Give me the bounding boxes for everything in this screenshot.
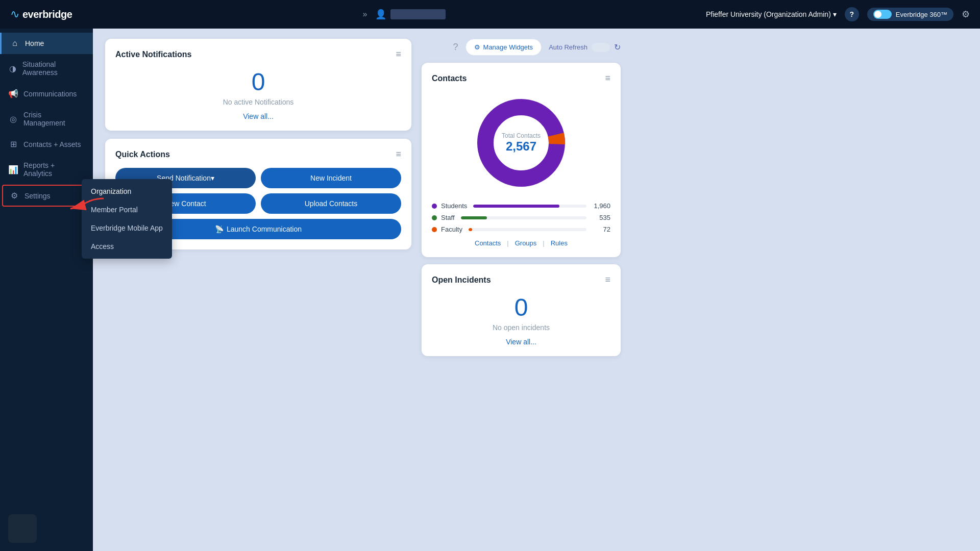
students-label: Students	[441, 202, 467, 210]
content-wrapper: Active Notifications ≡ 0 No active Notif…	[93, 29, 980, 551]
open-incidents-widget: Open Incidents ≡ 0 No open incidents Vie…	[422, 264, 621, 356]
widget-menu-notifications[interactable]: ≡	[396, 49, 401, 60]
faculty-bar-container	[469, 228, 586, 231]
rules-link[interactable]: Rules	[551, 239, 568, 247]
chevron-down-icon: ▾	[833, 10, 837, 18]
staff-dot	[432, 215, 437, 220]
contacts-link[interactable]: Contacts	[475, 239, 501, 247]
right-panel-header: ? ⚙ Manage Widgets Auto Refresh ↻	[422, 39, 621, 56]
org-selector[interactable]: Pfieffer University (Organization Admin)…	[706, 10, 837, 18]
incidents-widget-header: Open Incidents ≡	[432, 274, 610, 285]
faculty-count: 72	[593, 226, 610, 233]
sidebar: « ⌂ Home ◑ Situational Awareness 📢 Commu…	[0, 29, 93, 551]
settings-area: ⚙ Settings	[2, 185, 91, 207]
legend-students: Students 1,960	[432, 202, 610, 210]
dropdown-item-mobile-app[interactable]: Everbridge Mobile App	[82, 219, 172, 237]
gear-icon: ⚙	[474, 43, 480, 51]
notification-count: 0	[115, 68, 401, 96]
contacts-widget-menu[interactable]: ≡	[605, 73, 610, 84]
incidents-widget-title: Open Incidents	[432, 276, 491, 285]
sidebar-item-contacts-assets[interactable]: ⊞ Contacts + Assets	[0, 133, 93, 155]
header-center: » 👤	[102, 9, 706, 20]
dropdown-item-member-portal[interactable]: Member Portal	[82, 201, 172, 219]
students-dot	[432, 204, 437, 209]
sidebar-item-situational-awareness[interactable]: ◑ Situational Awareness	[0, 54, 93, 83]
manage-widgets-button[interactable]: ⚙ Manage Widgets	[465, 39, 542, 56]
user-avatar-icon: 👤	[375, 9, 386, 20]
legend-staff: Staff 535	[432, 214, 610, 221]
upload-contacts-button[interactable]: Upload Contacts	[261, 193, 401, 214]
staff-count: 535	[593, 214, 610, 221]
groups-link[interactable]: Groups	[515, 239, 537, 247]
donut-center: Total Contacts 2,567	[502, 132, 541, 154]
page-body: Active Notifications ≡ 0 No active Notif…	[93, 29, 980, 551]
home-icon: ⌂	[10, 39, 20, 48]
incidents-label: No open incidents	[432, 323, 610, 332]
sidebar-item-label-settings: Settings	[24, 192, 51, 200]
toggle-360-area: Everbridge 360™	[867, 8, 953, 21]
sidebar-item-label-crisis: Crisis Management	[23, 111, 85, 127]
header-settings-icon[interactable]: ⚙	[962, 9, 970, 20]
left-column: Active Notifications ≡ 0 No active Notif…	[105, 39, 411, 541]
dropdown-label-member-portal: Member Portal	[91, 206, 138, 214]
widget-header-notifications: Active Notifications ≡	[115, 49, 401, 60]
settings-icon: ⚙	[9, 191, 19, 201]
help-icon: ?	[850, 10, 854, 18]
link-separator-2: |	[543, 239, 544, 247]
widget-title-quick-actions: Quick Actions	[115, 150, 170, 159]
user-name	[390, 9, 445, 19]
org-name: Pfieffer University (Organization Admin)	[706, 10, 831, 18]
incidents-count: 0	[432, 293, 610, 321]
widget-header-quick-actions: Quick Actions ≡	[115, 149, 401, 160]
staff-bar	[461, 216, 487, 219]
sidebar-item-crisis-management[interactable]: ◎ Crisis Management	[0, 105, 93, 133]
sidebar-item-label-communications: Communications	[23, 90, 77, 98]
toggle-360-switch[interactable]	[873, 10, 892, 19]
contacts-widget-links: Contacts | Groups | Rules	[432, 239, 610, 247]
help-circle-icon[interactable]: ?	[453, 42, 458, 53]
main-layout: « ⌂ Home ◑ Situational Awareness 📢 Commu…	[0, 29, 980, 551]
manage-widgets-label: Manage Widgets	[483, 43, 533, 51]
students-bar-container	[473, 205, 586, 208]
refresh-icon[interactable]: ↻	[614, 42, 621, 52]
help-button[interactable]: ?	[845, 7, 859, 21]
staff-bar-container	[461, 216, 586, 219]
nav-chevron[interactable]: »	[362, 10, 367, 19]
donut-chart: Total Contacts 2,567	[432, 92, 610, 194]
logo-icon: ∿	[10, 8, 19, 21]
logo-area: ∿ everbridge	[10, 8, 102, 21]
incidents-widget-menu[interactable]: ≡	[605, 274, 610, 285]
sidebar-item-reports-analytics[interactable]: 📊 Reports + Analytics	[0, 155, 93, 184]
settings-dropdown: Organization Member Portal Everbridge Mo…	[82, 179, 172, 259]
notifications-view-all[interactable]: View all...	[115, 112, 401, 120]
widget-menu-quick-actions[interactable]: ≡	[396, 149, 401, 160]
auto-refresh-area: Auto Refresh ↻	[549, 42, 621, 52]
faculty-dot	[432, 227, 437, 232]
contacts-icon: ⊞	[8, 139, 18, 149]
sidebar-item-home[interactable]: ⌂ Home	[0, 33, 93, 54]
sidebar-item-communications[interactable]: 📢 Communications	[0, 83, 93, 105]
launch-communication-label: Launch Communication	[227, 225, 302, 233]
sidebar-item-label-home: Home	[25, 39, 44, 47]
incidents-view-all[interactable]: View all...	[432, 338, 610, 346]
active-notifications-widget: Active Notifications ≡ 0 No active Notif…	[105, 39, 411, 131]
dropdown-item-access[interactable]: Access	[82, 237, 172, 256]
sidebar-item-settings[interactable]: ⚙ Settings	[2, 185, 91, 207]
legend-faculty: Faculty 72	[432, 226, 610, 233]
communications-icon: 📢	[8, 89, 18, 98]
dropdown-label-mobile-app: Everbridge Mobile App	[91, 224, 163, 232]
new-incident-button[interactable]: New Incident	[261, 168, 401, 188]
launch-communication-icon: 📡	[215, 225, 224, 233]
sidebar-item-label-contacts: Contacts + Assets	[23, 140, 81, 148]
faculty-label: Faculty	[441, 226, 462, 233]
auto-refresh-toggle[interactable]	[592, 43, 610, 52]
staff-label: Staff	[441, 214, 455, 221]
right-panel: ? ⚙ Manage Widgets Auto Refresh ↻ Contac…	[422, 39, 621, 541]
header-user: 👤	[375, 9, 445, 20]
dropdown-item-organization[interactable]: Organization	[82, 182, 172, 201]
app-name: everbridge	[22, 9, 72, 20]
user-avatar	[8, 514, 37, 543]
crisis-icon: ◎	[8, 114, 18, 124]
awareness-icon: ◑	[8, 64, 17, 73]
dropdown-label-organization: Organization	[91, 187, 131, 195]
